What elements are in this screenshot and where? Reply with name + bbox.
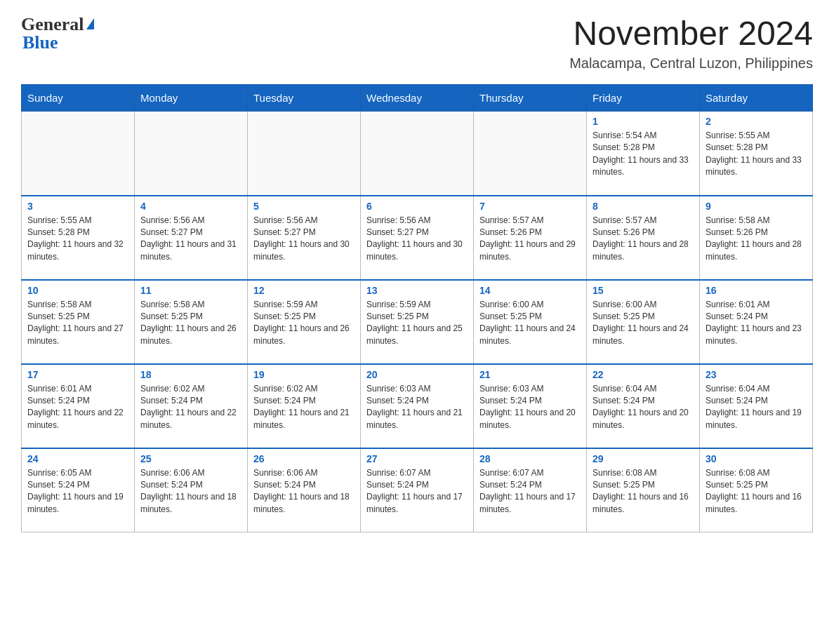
day-number: 22 bbox=[593, 369, 694, 380]
day-info: Sunrise: 6:02 AM Sunset: 5:24 PM Dayligh… bbox=[140, 383, 241, 432]
day-info: Sunrise: 5:54 AM Sunset: 5:28 PM Dayligh… bbox=[593, 130, 694, 179]
day-number: 27 bbox=[366, 453, 468, 464]
day-number: 9 bbox=[706, 201, 807, 212]
calendar-day-cell: 1Sunrise: 5:54 AM Sunset: 5:28 PM Daylig… bbox=[587, 112, 700, 196]
calendar-day-cell: 4Sunrise: 5:56 AM Sunset: 5:27 PM Daylig… bbox=[135, 196, 248, 280]
calendar-day-cell: 28Sunrise: 6:07 AM Sunset: 5:24 PM Dayli… bbox=[474, 448, 587, 532]
calendar-day-cell: 23Sunrise: 6:04 AM Sunset: 5:24 PM Dayli… bbox=[700, 364, 813, 448]
calendar-day-cell: 9Sunrise: 5:58 AM Sunset: 5:26 PM Daylig… bbox=[700, 196, 813, 280]
day-number: 11 bbox=[140, 285, 241, 296]
day-info: Sunrise: 5:56 AM Sunset: 5:27 PM Dayligh… bbox=[253, 215, 355, 264]
day-info: Sunrise: 5:58 AM Sunset: 5:25 PM Dayligh… bbox=[140, 299, 241, 348]
day-info: Sunrise: 5:58 AM Sunset: 5:26 PM Dayligh… bbox=[706, 215, 807, 264]
page-header: General Blue November 2024 Malacampa, Ce… bbox=[21, 14, 813, 72]
calendar-week-row: 24Sunrise: 6:05 AM Sunset: 5:24 PM Dayli… bbox=[22, 448, 813, 532]
day-info: Sunrise: 6:07 AM Sunset: 5:24 PM Dayligh… bbox=[366, 467, 468, 516]
day-info: Sunrise: 5:55 AM Sunset: 5:28 PM Dayligh… bbox=[706, 130, 807, 179]
day-info: Sunrise: 6:08 AM Sunset: 5:25 PM Dayligh… bbox=[593, 467, 694, 516]
day-number: 30 bbox=[706, 453, 807, 464]
calendar-day-header: Tuesday bbox=[248, 85, 361, 112]
day-number: 10 bbox=[27, 285, 128, 296]
calendar-table: SundayMondayTuesdayWednesdayThursdayFrid… bbox=[21, 84, 813, 532]
calendar-week-row: 10Sunrise: 5:58 AM Sunset: 5:25 PM Dayli… bbox=[22, 280, 813, 364]
calendar-day-cell bbox=[135, 112, 248, 196]
calendar-day-cell: 22Sunrise: 6:04 AM Sunset: 5:24 PM Dayli… bbox=[587, 364, 700, 448]
day-info: Sunrise: 6:08 AM Sunset: 5:25 PM Dayligh… bbox=[706, 467, 807, 516]
day-number: 7 bbox=[479, 201, 581, 212]
calendar-day-cell: 18Sunrise: 6:02 AM Sunset: 5:24 PM Dayli… bbox=[135, 364, 248, 448]
day-info: Sunrise: 6:03 AM Sunset: 5:24 PM Dayligh… bbox=[479, 383, 581, 432]
day-number: 15 bbox=[593, 285, 694, 296]
calendar-day-cell: 15Sunrise: 6:00 AM Sunset: 5:25 PM Dayli… bbox=[587, 280, 700, 364]
day-info: Sunrise: 6:00 AM Sunset: 5:25 PM Dayligh… bbox=[479, 299, 581, 348]
calendar-week-row: 1Sunrise: 5:54 AM Sunset: 5:28 PM Daylig… bbox=[22, 112, 813, 196]
day-info: Sunrise: 5:57 AM Sunset: 5:26 PM Dayligh… bbox=[479, 215, 581, 264]
calendar-day-cell: 3Sunrise: 5:55 AM Sunset: 5:28 PM Daylig… bbox=[22, 196, 135, 280]
calendar-day-cell: 12Sunrise: 5:59 AM Sunset: 5:25 PM Dayli… bbox=[248, 280, 361, 364]
day-info: Sunrise: 6:01 AM Sunset: 5:24 PM Dayligh… bbox=[27, 383, 128, 432]
day-info: Sunrise: 6:01 AM Sunset: 5:24 PM Dayligh… bbox=[706, 299, 807, 348]
day-number: 17 bbox=[27, 369, 128, 380]
calendar-day-cell: 21Sunrise: 6:03 AM Sunset: 5:24 PM Dayli… bbox=[474, 364, 587, 448]
day-info: Sunrise: 6:03 AM Sunset: 5:24 PM Dayligh… bbox=[366, 383, 468, 432]
calendar-day-cell: 27Sunrise: 6:07 AM Sunset: 5:24 PM Dayli… bbox=[361, 448, 474, 532]
day-info: Sunrise: 6:04 AM Sunset: 5:24 PM Dayligh… bbox=[593, 383, 694, 432]
day-info: Sunrise: 6:02 AM Sunset: 5:24 PM Dayligh… bbox=[253, 383, 355, 432]
day-number: 24 bbox=[27, 453, 128, 464]
day-info: Sunrise: 6:06 AM Sunset: 5:24 PM Dayligh… bbox=[253, 467, 355, 516]
day-number: 25 bbox=[140, 453, 241, 464]
day-number: 8 bbox=[593, 201, 694, 212]
calendar-day-cell: 8Sunrise: 5:57 AM Sunset: 5:26 PM Daylig… bbox=[587, 196, 700, 280]
calendar-week-row: 17Sunrise: 6:01 AM Sunset: 5:24 PM Dayli… bbox=[22, 364, 813, 448]
calendar-day-cell: 24Sunrise: 6:05 AM Sunset: 5:24 PM Dayli… bbox=[22, 448, 135, 532]
calendar-day-cell: 16Sunrise: 6:01 AM Sunset: 5:24 PM Dayli… bbox=[700, 280, 813, 364]
logo-blue-text: Blue bbox=[22, 32, 58, 53]
day-number: 12 bbox=[253, 285, 355, 296]
day-info: Sunrise: 5:59 AM Sunset: 5:25 PM Dayligh… bbox=[366, 299, 468, 348]
day-info: Sunrise: 6:07 AM Sunset: 5:24 PM Dayligh… bbox=[479, 467, 581, 516]
day-number: 29 bbox=[593, 453, 694, 464]
calendar-day-cell: 5Sunrise: 5:56 AM Sunset: 5:27 PM Daylig… bbox=[248, 196, 361, 280]
day-info: Sunrise: 6:00 AM Sunset: 5:25 PM Dayligh… bbox=[593, 299, 694, 348]
day-number: 20 bbox=[366, 369, 468, 380]
calendar-day-header: Thursday bbox=[474, 85, 587, 112]
calendar-day-cell: 14Sunrise: 6:00 AM Sunset: 5:25 PM Dayli… bbox=[474, 280, 587, 364]
calendar-day-cell: 25Sunrise: 6:06 AM Sunset: 5:24 PM Dayli… bbox=[135, 448, 248, 532]
calendar-day-header: Saturday bbox=[700, 85, 813, 112]
day-number: 18 bbox=[140, 369, 241, 380]
calendar-day-cell: 30Sunrise: 6:08 AM Sunset: 5:25 PM Dayli… bbox=[700, 448, 813, 532]
day-number: 13 bbox=[366, 285, 468, 296]
day-number: 16 bbox=[706, 285, 807, 296]
day-number: 2 bbox=[706, 116, 807, 127]
day-number: 4 bbox=[140, 201, 241, 212]
calendar-day-cell: 13Sunrise: 5:59 AM Sunset: 5:25 PM Dayli… bbox=[361, 280, 474, 364]
calendar-day-cell: 11Sunrise: 5:58 AM Sunset: 5:25 PM Dayli… bbox=[135, 280, 248, 364]
day-info: Sunrise: 5:55 AM Sunset: 5:28 PM Dayligh… bbox=[27, 215, 128, 264]
day-info: Sunrise: 6:05 AM Sunset: 5:24 PM Dayligh… bbox=[27, 467, 128, 516]
day-number: 23 bbox=[706, 369, 807, 380]
calendar-header-row: SundayMondayTuesdayWednesdayThursdayFrid… bbox=[22, 85, 813, 112]
calendar-day-cell: 20Sunrise: 6:03 AM Sunset: 5:24 PM Dayli… bbox=[361, 364, 474, 448]
day-number: 1 bbox=[593, 116, 694, 127]
calendar-day-cell: 29Sunrise: 6:08 AM Sunset: 5:25 PM Dayli… bbox=[587, 448, 700, 532]
day-number: 5 bbox=[253, 201, 355, 212]
calendar-day-cell bbox=[361, 112, 474, 196]
day-info: Sunrise: 5:56 AM Sunset: 5:27 PM Dayligh… bbox=[366, 215, 468, 264]
day-number: 3 bbox=[27, 201, 128, 212]
day-number: 21 bbox=[479, 369, 581, 380]
calendar-day-cell bbox=[22, 112, 135, 196]
calendar-day-header: Sunday bbox=[22, 85, 135, 112]
day-info: Sunrise: 6:06 AM Sunset: 5:24 PM Dayligh… bbox=[140, 467, 241, 516]
main-title: November 2024 bbox=[569, 14, 813, 53]
day-number: 19 bbox=[253, 369, 355, 380]
day-info: Sunrise: 5:58 AM Sunset: 5:25 PM Dayligh… bbox=[27, 299, 128, 348]
day-number: 26 bbox=[253, 453, 355, 464]
day-number: 28 bbox=[479, 453, 581, 464]
calendar-day-cell bbox=[248, 112, 361, 196]
subtitle: Malacampa, Central Luzon, Philippines bbox=[569, 55, 813, 72]
logo: General Blue bbox=[21, 14, 94, 53]
day-info: Sunrise: 5:56 AM Sunset: 5:27 PM Dayligh… bbox=[140, 215, 241, 264]
calendar-day-cell: 2Sunrise: 5:55 AM Sunset: 5:28 PM Daylig… bbox=[700, 112, 813, 196]
calendar-day-cell bbox=[474, 112, 587, 196]
calendar-day-header: Wednesday bbox=[361, 85, 474, 112]
